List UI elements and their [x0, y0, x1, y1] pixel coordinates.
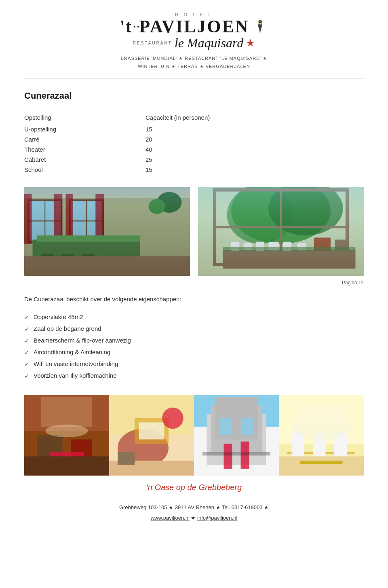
svg-rect-29: [223, 250, 356, 269]
svg-rect-73: [296, 405, 347, 427]
header-rule: [24, 78, 364, 78]
description-text: De Cunerazaal beschikt over de volgende …: [24, 296, 364, 302]
svg-point-21: [149, 199, 165, 214]
svg-point-53: [162, 407, 183, 429]
svg-rect-26: [215, 190, 347, 264]
diaeresis-dots: [134, 26, 139, 27]
feature-text-5: Voorzien van Illy koffiemachine: [34, 372, 117, 379]
svg-rect-37: [335, 239, 347, 251]
feature-text-3: Airconditioning & Aircleaning: [34, 349, 110, 355]
svg-rect-18: [82, 254, 95, 264]
tagline-text: 'n Oase op de Grebbeberg: [146, 483, 242, 492]
capacity-table: Opstelling Capaciteit (in personen) U-op…: [24, 112, 364, 175]
footer-address-line: Grebbeweg 103-105 ★ 3911 AV Rhenen ★ Tel…: [24, 502, 364, 513]
svg-rect-13: [95, 194, 103, 243]
check-icon-2: ✓: [24, 337, 30, 345]
row-label-2: Theater: [24, 144, 146, 154]
svg-rect-30: [231, 241, 240, 251]
dot-left: [134, 26, 135, 27]
room-image-2-svg: [198, 187, 364, 276]
row-value-1: 20: [146, 134, 364, 144]
list-item: ✓ Oppervlakte 45m2: [24, 311, 364, 323]
svg-rect-71: [279, 456, 364, 476]
features-list: ✓ Oppervlakte 45m2 ✓ Zaal op de begane g…: [24, 311, 364, 382]
list-item: ✓ Beamerscherm & flip-over aanwezig: [24, 335, 364, 347]
row-label-1: Carré: [24, 134, 146, 144]
svg-point-25: [268, 187, 343, 235]
svg-rect-63: [219, 418, 232, 435]
footer-email-link[interactable]: info@paviljoen.nl: [197, 515, 237, 521]
svg-rect-3: [28, 200, 61, 242]
restaurant-line: RESTAURANT le Maquisard ★: [133, 36, 255, 51]
strip-image-2: [109, 395, 194, 476]
strip-image-3: [194, 395, 279, 476]
svg-rect-12: [66, 194, 73, 243]
svg-rect-0: [24, 187, 190, 276]
table-row: Theater 40: [24, 144, 364, 154]
tagline-line1: BRASSERIE 'MONDIAL' ★ RESTAURANT 'LE MAQ…: [121, 56, 267, 61]
apostrophe: 't: [120, 18, 132, 36]
check-icon-1: ✓: [24, 326, 30, 333]
table-col-header-opstelling: Opstelling: [24, 112, 146, 124]
check-icon-5: ✓: [24, 372, 30, 380]
row-label-3: Cabaret: [24, 154, 146, 165]
table-row: Cabaret 25: [24, 154, 364, 165]
strip-image-4: [279, 395, 364, 476]
strip-image-1: [24, 395, 109, 476]
svg-rect-31: [244, 243, 252, 250]
svg-rect-51: [139, 422, 164, 439]
room-image-1: [24, 187, 190, 276]
row-value-3: 25: [146, 154, 364, 165]
images-row: [24, 187, 364, 276]
check-icon-4: ✓: [24, 361, 30, 368]
tagline-line2: WINTERTUIN ★ TERRAS ★ VERGADERZALEN: [138, 64, 250, 69]
page-number: Pagina 12: [24, 280, 364, 286]
table-row: School 15: [24, 165, 364, 175]
maquisard-figure: ★: [246, 37, 255, 49]
check-icon-0: ✓: [24, 314, 30, 321]
check-icon-3: ✓: [24, 349, 30, 356]
svg-rect-34: [283, 241, 291, 251]
svg-rect-33: [268, 242, 279, 250]
list-item: ✓ Airconditioning & Aircleaning: [24, 347, 364, 358]
table-col-header-capaciteit: Capaciteit (in personen): [146, 112, 364, 124]
strip-svg-1: [24, 395, 109, 476]
room-image-1-svg: [24, 187, 190, 276]
svg-rect-64: [241, 418, 254, 435]
svg-rect-2: [28, 200, 61, 242]
svg-point-45: [46, 424, 88, 437]
bottom-tagline: 'n Oase op de Grebbeberg: [24, 483, 364, 492]
svg-rect-6: [24, 194, 32, 243]
svg-rect-22: [198, 187, 364, 276]
logo-wrapper: H O T E L 't PAVILJOEN 🕴 RESTAURANT le M…: [24, 12, 364, 51]
svg-point-20: [157, 192, 182, 212]
svg-rect-8: [70, 200, 103, 242]
svg-rect-14: [33, 239, 141, 264]
strip-svg-2: [109, 395, 194, 476]
row-label-4: School: [24, 165, 146, 175]
footer-links-line: www.paviljoen.nl ★ info@paviljoen.nl: [24, 513, 364, 523]
feature-text-0: Oppervlakte 45m2: [34, 313, 83, 320]
svg-rect-54: [118, 452, 135, 465]
tagline: BRASSERIE 'MONDIAL' ★ RESTAURANT 'LE MAQ…: [24, 55, 364, 71]
list-item: ✓ Voorzien van Illy koffiemachine: [24, 370, 364, 382]
sub-brand: le Maquisard: [175, 36, 243, 51]
footer-address: Grebbeweg 103-105 ★ 3911 AV Rhenen ★ Tel…: [119, 504, 269, 510]
svg-rect-17: [61, 254, 74, 264]
bottom-photo-strip: [24, 395, 364, 476]
svg-rect-1: [24, 198, 190, 256]
paviljoen-dots-container: [134, 26, 139, 28]
svg-rect-32: [256, 241, 265, 251]
feature-text-2: Beamerscherm & flip-over aanwezig: [34, 337, 131, 344]
room-image-2: [198, 187, 364, 276]
footer-website-link[interactable]: www.paviljoen.nl: [151, 515, 190, 521]
svg-rect-36: [314, 237, 331, 251]
table-row: Carré 20: [24, 134, 364, 144]
strip-svg-4: [279, 395, 364, 476]
list-item: ✓ Wifi en vaste internetverbinding: [24, 358, 364, 370]
svg-rect-74: [300, 461, 343, 464]
svg-point-23: [231, 187, 331, 244]
svg-rect-15: [37, 235, 140, 241]
svg-rect-7: [54, 194, 63, 243]
svg-rect-46: [24, 456, 109, 476]
